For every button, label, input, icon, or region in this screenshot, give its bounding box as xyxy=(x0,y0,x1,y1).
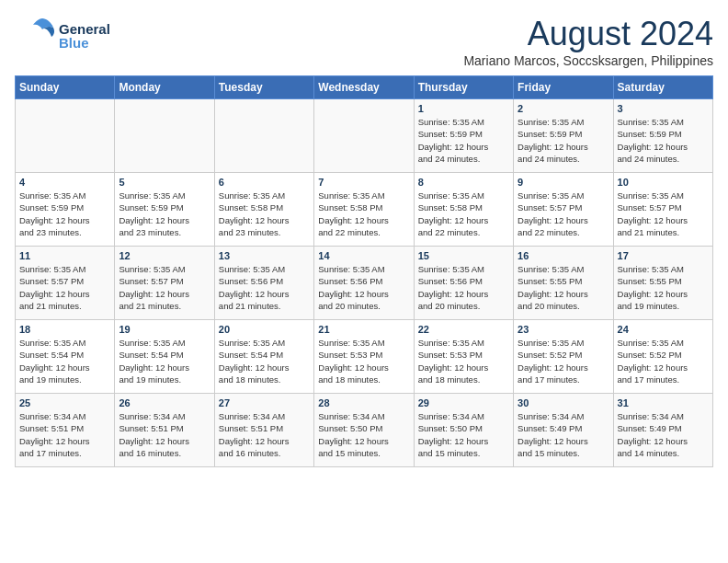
day-info: Sunrise: 5:34 AMSunset: 5:49 PMDaylight:… xyxy=(618,410,709,459)
location: Mariano Marcos, Soccsksargen, Philippine… xyxy=(463,53,713,68)
day-number: 28 xyxy=(318,397,409,408)
logo-text: General Blue xyxy=(59,21,110,51)
day-info: Sunrise: 5:35 AMSunset: 5:57 PMDaylight:… xyxy=(618,190,709,238)
calendar-cell: 29Sunrise: 5:34 AMSunset: 5:50 PMDayligh… xyxy=(414,394,513,467)
day-info: Sunrise: 5:35 AMSunset: 5:52 PMDaylight:… xyxy=(518,337,609,385)
calendar-cell: 4Sunrise: 5:35 AMSunset: 5:59 PMDaylight… xyxy=(16,173,115,247)
day-number: 26 xyxy=(119,397,210,408)
calendar-cell xyxy=(214,99,313,173)
day-info: Sunrise: 5:35 AMSunset: 5:58 PMDaylight:… xyxy=(418,190,509,238)
day-number: 7 xyxy=(318,177,409,188)
day-number: 29 xyxy=(418,397,509,408)
calendar-cell: 26Sunrise: 5:34 AMSunset: 5:51 PMDayligh… xyxy=(115,394,214,467)
calendar-cell: 3Sunrise: 5:35 AMSunset: 5:59 PMDaylight… xyxy=(613,99,712,173)
day-info: Sunrise: 5:35 AMSunset: 5:57 PMDaylight:… xyxy=(518,190,609,238)
day-info: Sunrise: 5:35 AMSunset: 5:56 PMDaylight:… xyxy=(219,263,310,312)
calendar-cell: 30Sunrise: 5:34 AMSunset: 5:49 PMDayligh… xyxy=(514,394,613,467)
week-row: 11Sunrise: 5:35 AMSunset: 5:57 PMDayligh… xyxy=(16,247,713,320)
calendar-cell: 10Sunrise: 5:35 AMSunset: 5:57 PMDayligh… xyxy=(613,173,712,247)
calendar-cell: 11Sunrise: 5:35 AMSunset: 5:57 PMDayligh… xyxy=(16,247,115,320)
day-number: 31 xyxy=(618,397,709,408)
day-info: Sunrise: 5:35 AMSunset: 5:54 PMDaylight:… xyxy=(219,337,310,385)
calendar-cell: 13Sunrise: 5:35 AMSunset: 5:56 PMDayligh… xyxy=(214,247,313,320)
day-number: 3 xyxy=(618,103,709,114)
calendar-cell: 12Sunrise: 5:35 AMSunset: 5:57 PMDayligh… xyxy=(115,247,214,320)
calendar-cell: 27Sunrise: 5:34 AMSunset: 5:51 PMDayligh… xyxy=(214,394,313,467)
col-header-sunday: Sunday xyxy=(16,76,115,99)
day-number: 27 xyxy=(219,397,310,408)
day-number: 14 xyxy=(318,250,409,261)
day-info: Sunrise: 5:34 AMSunset: 5:49 PMDaylight:… xyxy=(518,410,609,459)
day-number: 25 xyxy=(19,397,110,408)
day-info: Sunrise: 5:35 AMSunset: 5:53 PMDaylight:… xyxy=(418,337,509,385)
col-header-saturday: Saturday xyxy=(613,76,712,99)
day-number: 8 xyxy=(418,177,509,188)
calendar-cell: 7Sunrise: 5:35 AMSunset: 5:58 PMDaylight… xyxy=(314,173,414,247)
calendar-cell: 24Sunrise: 5:35 AMSunset: 5:52 PMDayligh… xyxy=(613,320,712,394)
calendar-cell: 8Sunrise: 5:35 AMSunset: 5:58 PMDaylight… xyxy=(414,173,513,247)
calendar-cell xyxy=(16,99,115,173)
calendar-cell: 21Sunrise: 5:35 AMSunset: 5:53 PMDayligh… xyxy=(314,320,414,394)
calendar-cell: 1Sunrise: 5:35 AMSunset: 5:59 PMDaylight… xyxy=(414,99,513,173)
day-info: Sunrise: 5:34 AMSunset: 5:51 PMDaylight:… xyxy=(219,410,310,459)
week-row: 18Sunrise: 5:35 AMSunset: 5:54 PMDayligh… xyxy=(16,320,713,394)
day-number: 9 xyxy=(518,177,609,188)
calendar-cell: 14Sunrise: 5:35 AMSunset: 5:56 PMDayligh… xyxy=(314,247,414,320)
day-number: 19 xyxy=(119,324,210,335)
day-info: Sunrise: 5:35 AMSunset: 5:59 PMDaylight:… xyxy=(119,190,210,238)
calendar-cell: 6Sunrise: 5:35 AMSunset: 5:58 PMDaylight… xyxy=(214,173,313,247)
day-info: Sunrise: 5:34 AMSunset: 5:51 PMDaylight:… xyxy=(19,410,110,459)
week-row: 25Sunrise: 5:34 AMSunset: 5:51 PMDayligh… xyxy=(16,394,713,467)
day-number: 6 xyxy=(219,177,310,188)
day-info: Sunrise: 5:34 AMSunset: 5:50 PMDaylight:… xyxy=(318,410,409,459)
calendar-cell: 18Sunrise: 5:35 AMSunset: 5:54 PMDayligh… xyxy=(16,320,115,394)
day-info: Sunrise: 5:35 AMSunset: 5:57 PMDaylight:… xyxy=(119,263,210,312)
day-number: 16 xyxy=(518,250,609,261)
day-info: Sunrise: 5:35 AMSunset: 5:58 PMDaylight:… xyxy=(318,190,409,238)
calendar-cell: 31Sunrise: 5:34 AMSunset: 5:49 PMDayligh… xyxy=(613,394,712,467)
col-header-friday: Friday xyxy=(514,76,613,99)
calendar-cell: 2Sunrise: 5:35 AMSunset: 5:59 PMDaylight… xyxy=(514,99,613,173)
calendar-cell xyxy=(115,99,214,173)
day-number: 17 xyxy=(618,250,709,261)
day-number: 12 xyxy=(119,250,210,261)
day-info: Sunrise: 5:35 AMSunset: 5:56 PMDaylight:… xyxy=(418,263,509,312)
calendar-cell: 23Sunrise: 5:35 AMSunset: 5:52 PMDayligh… xyxy=(514,320,613,394)
calendar-cell: 16Sunrise: 5:35 AMSunset: 5:55 PMDayligh… xyxy=(514,247,613,320)
title-block: August 2024 Mariano Marcos, Soccsksargen… xyxy=(463,15,713,68)
day-info: Sunrise: 5:35 AMSunset: 5:59 PMDaylight:… xyxy=(618,116,709,165)
day-number: 21 xyxy=(318,324,409,335)
calendar-cell: 28Sunrise: 5:34 AMSunset: 5:50 PMDayligh… xyxy=(314,394,414,467)
day-number: 11 xyxy=(19,250,110,261)
month-year: August 2024 xyxy=(463,15,713,53)
day-info: Sunrise: 5:35 AMSunset: 5:54 PMDaylight:… xyxy=(19,337,110,385)
day-info: Sunrise: 5:35 AMSunset: 5:59 PMDaylight:… xyxy=(518,116,609,165)
calendar-cell: 25Sunrise: 5:34 AMSunset: 5:51 PMDayligh… xyxy=(16,394,115,467)
col-header-monday: Monday xyxy=(115,76,214,99)
day-number: 5 xyxy=(119,177,210,188)
calendar-cell: 19Sunrise: 5:35 AMSunset: 5:54 PMDayligh… xyxy=(115,320,214,394)
logo-icon xyxy=(15,15,63,57)
calendar-cell xyxy=(314,99,414,173)
day-number: 24 xyxy=(618,324,709,335)
col-header-tuesday: Tuesday xyxy=(214,76,313,99)
day-info: Sunrise: 5:35 AMSunset: 5:57 PMDaylight:… xyxy=(19,263,110,312)
day-number: 10 xyxy=(618,177,709,188)
day-info: Sunrise: 5:35 AMSunset: 5:55 PMDaylight:… xyxy=(618,263,709,312)
calendar-cell: 17Sunrise: 5:35 AMSunset: 5:55 PMDayligh… xyxy=(613,247,712,320)
day-info: Sunrise: 5:35 AMSunset: 5:59 PMDaylight:… xyxy=(418,116,509,165)
day-number: 20 xyxy=(219,324,310,335)
day-info: Sunrise: 5:35 AMSunset: 5:58 PMDaylight:… xyxy=(219,190,310,238)
day-number: 1 xyxy=(418,103,509,114)
day-info: Sunrise: 5:34 AMSunset: 5:50 PMDaylight:… xyxy=(418,410,509,459)
day-number: 13 xyxy=(219,250,310,261)
calendar-cell: 20Sunrise: 5:35 AMSunset: 5:54 PMDayligh… xyxy=(214,320,313,394)
col-header-thursday: Thursday xyxy=(414,76,513,99)
logo: General Blue xyxy=(15,15,110,57)
calendar-cell: 5Sunrise: 5:35 AMSunset: 5:59 PMDaylight… xyxy=(115,173,214,247)
page-header: General Blue August 2024 Mariano Marcos,… xyxy=(15,15,713,68)
day-info: Sunrise: 5:35 AMSunset: 5:55 PMDaylight:… xyxy=(518,263,609,312)
week-row: 1Sunrise: 5:35 AMSunset: 5:59 PMDaylight… xyxy=(16,99,713,173)
day-number: 23 xyxy=(518,324,609,335)
day-number: 2 xyxy=(518,103,609,114)
